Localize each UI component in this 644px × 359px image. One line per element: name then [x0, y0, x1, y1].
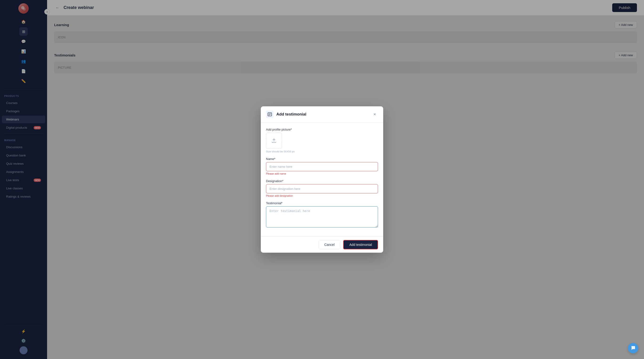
name-input[interactable] [266, 162, 378, 171]
main-area: ← Create webinar Publish Learning + Add … [47, 0, 644, 359]
modal-body: Add profile picture* Size should be 56X5… [261, 123, 383, 236]
name-label: Name* [266, 157, 378, 161]
chat-fab-button[interactable] [628, 343, 638, 353]
upload-size-hint: Size should be 56X56 px [266, 150, 378, 153]
designation-label: Designation* [266, 179, 378, 183]
modal-header: Add testimonial × [261, 106, 383, 123]
testimonial-textarea[interactable] [266, 206, 378, 228]
profile-picture-label: Add profile picture* [266, 128, 378, 131]
modal-close-button[interactable]: × [372, 111, 378, 118]
add-testimonial-button[interactable]: Add testimonial [343, 240, 378, 249]
modal-header-icon [266, 111, 274, 118]
profile-picture-group: Add profile picture* Size should be 56X5… [266, 128, 378, 153]
name-group: Name* Please add name [266, 157, 378, 175]
modal-title: Add testimonial [276, 112, 368, 117]
modal-overlay[interactable]: Add testimonial × Add profile picture* S… [47, 0, 644, 359]
name-error: Please add name [266, 172, 378, 175]
testimonial-label: Testimonial* [266, 201, 378, 205]
add-testimonial-modal: Add testimonial × Add profile picture* S… [261, 106, 383, 253]
designation-group: Designation* Please add designation [266, 179, 378, 197]
testimonial-group: Testimonial* [266, 201, 378, 228]
modal-footer: Cancel Add testimonial [261, 236, 383, 253]
profile-picture-upload[interactable] [266, 133, 282, 149]
cancel-button[interactable]: Cancel [318, 240, 340, 249]
designation-error: Please add designation [266, 194, 378, 197]
designation-input[interactable] [266, 184, 378, 193]
